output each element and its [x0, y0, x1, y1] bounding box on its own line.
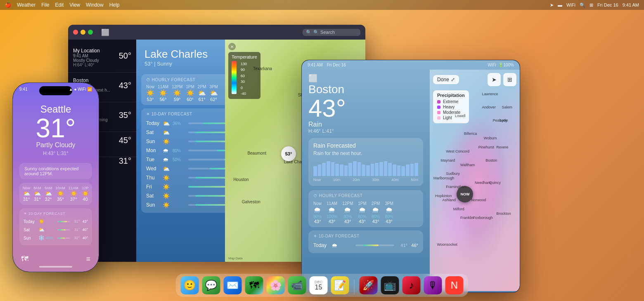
- iphone-hourly-row: Now ⛅ 31° 8AM ⛅ 31° 9AM ⛅ 32°: [23, 186, 89, 202]
- dock-launchpad[interactable]: 🚀: [360, 276, 378, 294]
- dock-calendar[interactable]: DEC 15: [310, 276, 328, 294]
- search-icon[interactable]: 🔍: [580, 2, 585, 8]
- hour-time: 12PM: [342, 201, 353, 206]
- siri-icon[interactable]: ⊞: [590, 2, 593, 8]
- day-name: Fri: [146, 184, 163, 190]
- day-icon: ⛅: [163, 165, 173, 172]
- done-button[interactable]: Done ⤢: [433, 75, 459, 84]
- ipad-hour-1: 11AM 🌧 100% 43°: [327, 201, 337, 224]
- moderate-color: [437, 111, 440, 114]
- map-icon[interactable]: 🗺: [21, 255, 28, 263]
- dock-mail[interactable]: ✉️: [224, 276, 242, 294]
- hour-pct: 80%: [385, 214, 393, 219]
- hour-icon: ☀️: [56, 190, 66, 197]
- sidebar-item-mylocation[interactable]: My Location 9:41 AM Mostly Cloudy 50° H:…: [68, 45, 136, 71]
- location-temp: 45°: [119, 136, 131, 145]
- dock-appletv[interactable]: 📺: [381, 276, 399, 294]
- hour-temp: 31°: [23, 197, 30, 202]
- search-bar[interactable]: 🔍 🔍 Search: [303, 29, 360, 36]
- day-pct: 36%: [173, 121, 185, 126]
- map-label-woburn: Woburn: [484, 136, 497, 140]
- day-icon: ☀️: [163, 183, 173, 190]
- dock-notes[interactable]: 📝: [331, 276, 349, 294]
- temperature-legend: Temperature 130 90 60 30 0 -40: [228, 52, 260, 99]
- day-name: Sun: [146, 202, 163, 208]
- photos-icon: 🌸: [270, 280, 282, 291]
- temp-90: 90: [241, 67, 247, 73]
- map-label-milford: Milford: [453, 207, 464, 211]
- extreme-label: Extreme: [443, 99, 458, 104]
- hour-item-2: 12PM ☀️ 59°: [172, 85, 182, 102]
- rain-bar: [401, 166, 405, 176]
- day-name: Sat: [146, 129, 163, 135]
- dock-music[interactable]: ♪: [402, 276, 421, 294]
- iphone-hour-5: 12P ☀️ 40: [82, 186, 89, 202]
- dock-photos[interactable]: 🌸: [267, 276, 285, 294]
- hour-time: 3PM: [209, 85, 218, 89]
- dock-podcasts[interactable]: 🎙: [424, 276, 442, 294]
- ipad-day-today: Today 🌧 41° 46°: [313, 241, 418, 250]
- rain-bar: [397, 165, 401, 176]
- iphone-screen: 9:41 ▲ ● WiFi 📶 Seattle 31° Partly Cloud…: [13, 83, 99, 272]
- map-close-button[interactable]: ✕: [228, 43, 236, 50]
- close-button[interactable]: [73, 30, 78, 35]
- ipad-map-canvas: Done ⤢ ➤ ⊞ Precipitation Extrem: [430, 70, 520, 291]
- legend-title: Temperature: [232, 54, 257, 59]
- day-name: Sun: [24, 236, 38, 240]
- dock-news[interactable]: N: [445, 276, 464, 294]
- dock-facetime[interactable]: 📹: [288, 276, 306, 294]
- rain-bar: [358, 162, 361, 176]
- notes-icon: 📝: [334, 280, 346, 291]
- day-bar: [363, 245, 379, 246]
- day-name: Today: [24, 219, 38, 224]
- map-label-norwood: Norwood: [471, 198, 486, 202]
- dock-finder[interactable]: 🙂: [181, 276, 199, 294]
- minimize-button[interactable]: [80, 30, 85, 35]
- messages-icon: 💬: [205, 280, 218, 291]
- day-lo: 31°: [71, 228, 80, 232]
- menu-help[interactable]: Help: [109, 2, 120, 8]
- day-icon: 🌧: [163, 147, 173, 154]
- hour-time: 2PM: [372, 201, 380, 206]
- hour-temp: 60°: [186, 97, 194, 102]
- dock-maps[interactable]: 🗺: [245, 276, 263, 294]
- menu-window[interactable]: Window: [86, 2, 104, 8]
- iphone-hour-2: 9AM ⛅ 32°: [45, 186, 52, 202]
- rain-bar: [393, 165, 396, 176]
- hour-time: 11AM: [327, 201, 337, 206]
- rain-bar: [379, 162, 383, 176]
- hour-item-5: 3PM ⛅ 62°: [209, 85, 218, 102]
- location-button[interactable]: ➤: [488, 73, 501, 86]
- layers-button[interactable]: ⊞: [503, 73, 516, 86]
- temp-gradient-bar: [232, 61, 237, 94]
- finder-icon: 🙂: [184, 280, 196, 291]
- hour-time: 10AM: [56, 186, 66, 190]
- wifi-icon: WiFi: [488, 63, 496, 67]
- iphone-sunny-message: Sunny conditions expected around 12PM.: [19, 163, 92, 179]
- day-name: Wed: [146, 166, 163, 172]
- day-name: Today: [313, 242, 331, 248]
- temp-30: 30: [241, 79, 247, 85]
- dock-messages[interactable]: 💬: [202, 276, 220, 294]
- day-pct: 50%: [173, 158, 185, 162]
- menu-file[interactable]: File: [41, 2, 49, 8]
- iphone-hour-1: 8AM ⛅ 31°: [33, 186, 41, 202]
- iphone-day-sun: Sun ❄️ 40% 32° 40°: [24, 234, 88, 242]
- rain-bar: [406, 165, 410, 176]
- ipad-tenday-card: ☀ 10-DAY FORECAST Today 🌧 41° 46°: [308, 230, 423, 253]
- map-city-galveston: Galveston: [242, 200, 260, 204]
- list-icon[interactable]: ≡: [86, 255, 90, 263]
- apple-menu[interactable]: 🍎: [5, 2, 11, 8]
- hour-temp: 43°: [385, 219, 393, 224]
- menu-edit[interactable]: Edit: [55, 2, 64, 8]
- maximize-button[interactable]: [88, 30, 93, 35]
- sidebar-toggle-icon[interactable]: ⬜: [101, 28, 109, 36]
- menu-weather[interactable]: Weather: [17, 2, 36, 8]
- ipad-sidebar-toggle[interactable]: ⬜: [308, 74, 317, 82]
- rain-bar: [344, 165, 348, 176]
- rain-bar: [313, 166, 317, 176]
- day-icon: 🌧: [331, 242, 341, 249]
- hour-temp: 43°: [327, 219, 337, 224]
- rain-bar: [414, 163, 418, 176]
- menu-view[interactable]: View: [69, 2, 80, 8]
